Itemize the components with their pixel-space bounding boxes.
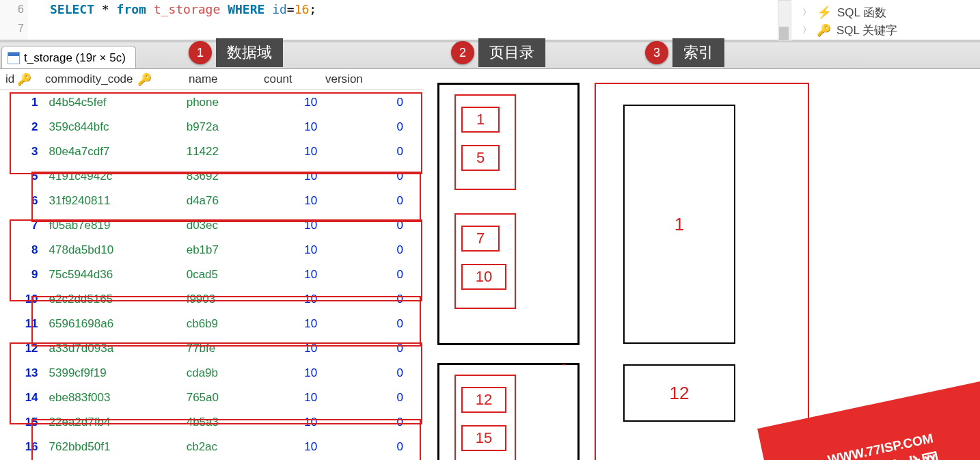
- line-number: 7: [0, 19, 24, 38]
- cell-commodity-code: 478da5bd10: [49, 243, 187, 257]
- key-icon: 🔑: [137, 72, 152, 87]
- cell-version: 0: [338, 317, 424, 331]
- cell-id: 15: [0, 416, 49, 429]
- cell-version: 0: [338, 170, 424, 183]
- table-row[interactable]: 1165961698a6cb6b9100: [0, 312, 424, 336]
- table-row[interactable]: 12a33d7d093a77bfe100: [0, 336, 424, 361]
- annotation-data-region: 1 数据域: [189, 38, 283, 67]
- slot-group: 1 5: [454, 94, 516, 190]
- cell-id: 12: [0, 342, 49, 355]
- table-row[interactable]: 975c5944d360cad5100: [0, 262, 424, 287]
- cell-id: 7: [0, 219, 49, 232]
- table-row[interactable]: 16762bbd50f1cb2ac100: [0, 435, 424, 459]
- table-row[interactable]: 14ebe883f003765a0100: [0, 385, 424, 410]
- annotation-index: 3 索引: [645, 38, 724, 67]
- grid-body[interactable]: 1d4b54c5fefphone1002359c844bfcb972a10038…: [0, 90, 424, 459]
- table-row[interactable]: 1522ea2d7fb44b5a3100: [0, 410, 424, 435]
- cell-count: 10: [258, 219, 338, 232]
- cell-id: 1: [0, 96, 49, 109]
- cell-commodity-code: 762bbd50f1: [49, 440, 187, 454]
- cell-count: 10: [258, 391, 338, 405]
- slot-group: 12 15: [454, 375, 516, 460]
- cell-commodity-code: ebe883f003: [49, 391, 187, 405]
- table-row[interactable]: 380e4a7cdf711422100: [0, 139, 424, 164]
- cell-count: 10: [258, 317, 338, 331]
- cell-id: 10: [0, 293, 49, 306]
- index-outer: 1 12: [595, 83, 809, 460]
- col-version[interactable]: version: [325, 72, 394, 86]
- cell-version: 0: [338, 96, 424, 109]
- cell-name: d03ec: [187, 219, 258, 232]
- cell-name: cb2ac: [187, 440, 258, 454]
- code-line[interactable]: SELECT * from t_storage WHERE id=16;: [28, 0, 316, 40]
- table-row[interactable]: 2359c844bfcb972a100: [0, 115, 424, 139]
- line-gutter: 6 7: [0, 0, 28, 40]
- cell-count: 10: [258, 440, 338, 454]
- cell-count: 10: [258, 145, 338, 159]
- table-icon: [8, 52, 20, 64]
- table-row[interactable]: 135399cf9f19cda9b100: [0, 361, 424, 385]
- slot-group: 7 10: [454, 213, 516, 309]
- page-block: 1 5 7 10: [437, 83, 580, 345]
- cell-commodity-code: 22ea2d7fb4: [49, 416, 187, 429]
- table-row[interactable]: 631f9240811d4a76100: [0, 189, 424, 213]
- cell-version: 0: [338, 366, 424, 380]
- cell-id: 11: [0, 317, 49, 331]
- annotation-label: 数据域: [216, 38, 283, 67]
- result-tab[interactable]: t_storage (19r × 5c): [1, 46, 136, 68]
- grid-header: id 🔑 commodity_code 🔑 name count version: [0, 69, 424, 90]
- cell-version: 0: [338, 391, 424, 405]
- cell-name: cda9b: [187, 366, 258, 380]
- cell-count: 10: [258, 268, 338, 282]
- annotation-page-directory: 2 页目录: [451, 38, 545, 67]
- table-row[interactable]: 1d4b54c5fefphone100: [0, 90, 424, 115]
- cell-version: 0: [338, 268, 424, 282]
- cell-count: 10: [258, 120, 338, 134]
- cell-name: 4b5a3: [187, 416, 258, 429]
- cell-version: 0: [338, 145, 424, 159]
- cell-name: 83692: [187, 170, 258, 183]
- annotation-label: 页目录: [478, 38, 545, 67]
- cell-version: 0: [338, 120, 424, 134]
- cell-name: f9903: [187, 293, 258, 306]
- index-entry: 1: [623, 105, 735, 344]
- cell-version: 0: [338, 243, 424, 257]
- cell-id: 5: [0, 170, 49, 183]
- cell-commodity-code: a33d7d093a: [49, 342, 187, 355]
- scrollbar-handle[interactable]: [779, 27, 789, 40]
- slot-value: 15: [461, 425, 506, 451]
- cell-commodity-code: 65961698a6: [49, 317, 187, 331]
- col-commodity-code[interactable]: commodity_code: [45, 72, 133, 86]
- cell-id: 3: [0, 145, 49, 159]
- page-directory-diagram: 1 5 7 10 12 15: [437, 83, 567, 460]
- col-name[interactable]: name: [189, 72, 264, 86]
- table-row[interactable]: 10e2c2dd5165f9903100: [0, 287, 424, 312]
- cell-count: 10: [258, 342, 338, 355]
- vertical-scrollbar[interactable]: [778, 0, 791, 41]
- slot-value: 7: [461, 226, 500, 252]
- col-count[interactable]: count: [264, 72, 325, 86]
- table-row[interactable]: 7f05ab7e819d03ec100: [0, 213, 424, 238]
- cell-count: 10: [258, 96, 338, 109]
- table-row[interactable]: 8478da5bd10eb1b7100: [0, 238, 424, 262]
- assist-item-sql-functions[interactable]: 〉 ⚡ SQL 函数: [795, 3, 980, 21]
- result-grid[interactable]: id 🔑 commodity_code 🔑 name count version…: [0, 69, 424, 459]
- annotation-number: 3: [645, 41, 668, 64]
- key-icon: 🔑: [817, 23, 831, 38]
- dash-connector: -: [562, 357, 566, 372]
- cell-version: 0: [338, 194, 424, 208]
- cell-commodity-code: e2c2dd5165: [49, 293, 187, 306]
- table-row[interactable]: 54191c4942c83692100: [0, 164, 424, 189]
- cell-id: 9: [0, 268, 49, 282]
- sql-editor[interactable]: 6 7 SELECT * from t_storage WHERE id=16;…: [0, 0, 980, 42]
- cell-name: 0cad5: [187, 268, 258, 282]
- cell-name: 11422: [187, 145, 258, 159]
- cell-count: 10: [258, 293, 338, 306]
- assist-item-sql-keywords[interactable]: 〉 🔑 SQL 关键字: [795, 21, 980, 39]
- slot-value: 1: [461, 107, 500, 133]
- cell-commodity-code: f05ab7e819: [49, 219, 187, 232]
- cell-commodity-code: 5399cf9f19: [49, 366, 187, 380]
- cell-version: 0: [338, 342, 424, 355]
- cell-commodity-code: 31f9240811: [49, 194, 187, 208]
- col-id[interactable]: id: [5, 72, 14, 86]
